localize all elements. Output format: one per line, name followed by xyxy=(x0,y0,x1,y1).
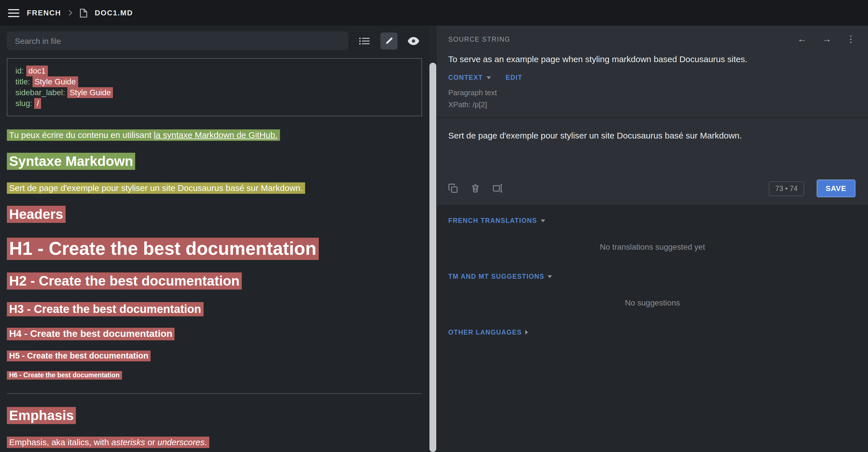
french-translations-toggle[interactable]: FRENCH TRANSLATIONS xyxy=(448,217,545,224)
markdown-h2: Syntaxe Markdown xyxy=(7,153,422,169)
eye-icon xyxy=(408,37,419,45)
source-string[interactable]: H5 - Create the best documentation xyxy=(7,351,151,361)
source-section: SOURCE STRING ← → ⋮ To serve as an examp… xyxy=(437,26,868,205)
char-counter: 73 • 74 xyxy=(769,181,804,196)
save-button[interactable]: SAVE xyxy=(816,180,856,197)
clear-translation-button[interactable] xyxy=(470,184,480,193)
preview-mode-button[interactable] xyxy=(405,32,422,49)
text-segment: H2 - Create the best documentation xyxy=(9,273,240,288)
source-string[interactable]: Style Guide xyxy=(32,76,78,87)
translation-toolbar: 73 • 74 SAVE xyxy=(437,175,868,205)
breadcrumb-project[interactable]: FRENCH xyxy=(27,8,61,17)
source-string[interactable]: Emphasis xyxy=(7,407,76,424)
menu-icon[interactable] xyxy=(8,6,20,19)
other-languages-label: OTHER LANGUAGES xyxy=(448,329,522,336)
source-string[interactable]: Sert de page d'exemple pour styliser un … xyxy=(7,183,305,194)
text-segment: . xyxy=(205,437,207,447)
list-icon xyxy=(359,37,370,45)
other-languages-toggle[interactable]: OTHER LANGUAGES xyxy=(448,329,528,336)
markdown-h2: H2 - Create the best documentation xyxy=(7,273,422,289)
previous-string-button[interactable]: ← xyxy=(797,34,807,44)
trash-icon xyxy=(470,184,480,193)
text-segment: Emphasis, aka italics, with xyxy=(9,437,111,447)
app: FRENCH DOC1.MD id: doc1titl xyxy=(0,0,868,452)
file-icon xyxy=(80,8,87,18)
source-string[interactable]: H3 - Create the best documentation xyxy=(7,302,203,316)
document-content: Tu peux écrire du contenu en utilisant l… xyxy=(7,130,422,452)
editor-scrollbar xyxy=(429,26,437,452)
text-segment: Sert de page d'exemple pour styliser un … xyxy=(9,183,303,193)
chevron-down-icon xyxy=(486,76,491,79)
text-segment: Syntaxe Markdown xyxy=(9,153,133,169)
markdown-h4: H4 - Create the best documentation xyxy=(7,328,422,340)
frontmatter-key: sidebar_label: xyxy=(16,88,67,97)
context-type: Paragraph text xyxy=(448,87,857,99)
frontmatter-key: id: xyxy=(16,66,26,75)
text-segment: H4 - Create the best documentation xyxy=(9,328,172,339)
topbar: FRENCH DOC1.MD xyxy=(0,0,868,26)
source-string[interactable]: Tu peux écrire du contenu en utilisant l… xyxy=(7,129,280,141)
chevron-right-icon xyxy=(525,330,528,334)
no-translations-note: No translations suggested yet xyxy=(448,242,857,251)
source-string[interactable]: doc1 xyxy=(26,66,48,76)
context-toggle-label: CONTEXT xyxy=(448,74,483,81)
frontmatter-line: title: Style Guide xyxy=(16,76,413,87)
select-text-button[interactable] xyxy=(493,184,503,193)
translation-panel: SOURCE STRING ← → ⋮ To serve as an examp… xyxy=(437,26,868,452)
markdown-h5: H5 - Create the best documentation xyxy=(7,351,422,360)
text-segment: underscores xyxy=(157,437,205,447)
source-string[interactable]: Emphasis, aka italics, with asterisks or… xyxy=(7,437,209,448)
text-segment: Tu peux écrire du contenu en utilisant xyxy=(9,130,154,140)
next-string-button[interactable]: → xyxy=(822,34,832,44)
text-segment: H5 - Create the best documentation xyxy=(9,351,148,360)
source-string[interactable]: Headers xyxy=(7,206,65,223)
source-string[interactable]: H4 - Create the best documentation xyxy=(7,328,175,340)
copy-source-button[interactable] xyxy=(448,184,458,193)
context-toggle[interactable]: CONTEXT xyxy=(448,74,491,81)
text-segment: la syntaxe Markdown de GitHub. xyxy=(154,130,278,140)
frontmatter-line: slug: / xyxy=(16,98,413,109)
editor-panel: id: doc1title: Style Guidesidebar_label:… xyxy=(0,26,437,452)
markdown-h2: Headers xyxy=(7,206,422,222)
source-string[interactable]: Style Guide xyxy=(67,87,113,98)
frontmatter-line: id: doc1 xyxy=(16,66,413,76)
search-input[interactable] xyxy=(7,31,348,50)
markdown-p: Tu peux écrire du contenu en utilisant l… xyxy=(7,130,422,140)
source-string[interactable]: Syntaxe Markdown xyxy=(7,153,135,170)
more-options-button[interactable]: ⋮ xyxy=(846,34,856,43)
source-string[interactable]: H6 - Create the best documentation xyxy=(7,371,122,380)
suggestions-section: FRENCH TRANSLATIONS No translations sugg… xyxy=(437,205,868,452)
french-translations-label: FRENCH TRANSLATIONS xyxy=(448,217,537,224)
frontmatter-line: sidebar_label: Style Guide xyxy=(16,87,413,98)
text-segment: H6 - Create the best documentation xyxy=(9,372,120,379)
text-segment: or xyxy=(145,437,157,447)
edit-context-button[interactable]: EDIT xyxy=(505,74,522,81)
markdown-p: Emphasis, aka italics, with asterisks or… xyxy=(7,437,422,447)
text-segment: H3 - Create the best documentation xyxy=(9,303,201,315)
markdown-p: Sert de page d'exemple pour styliser un … xyxy=(7,183,422,193)
markdown-h2: Emphasis xyxy=(7,408,422,423)
source-string[interactable]: H1 - Create the best documentation xyxy=(7,238,319,260)
editor-toolbar xyxy=(7,31,422,50)
breadcrumb-file: DOC1.MD xyxy=(95,8,133,17)
source-string-text: To serve as an example page when styling… xyxy=(437,50,868,72)
markdown-h3: H3 - Create the best documentation xyxy=(7,303,422,316)
frontmatter-block: id: doc1title: Style Guidesidebar_label:… xyxy=(7,58,422,116)
translation-input[interactable]: Sert de page d'exemple pour styliser un … xyxy=(437,118,868,175)
edit-mode-button[interactable] xyxy=(380,32,398,49)
text-segment: Emphasis xyxy=(9,408,74,423)
copy-icon xyxy=(448,184,458,193)
markdown-h6: H6 - Create the best documentation xyxy=(7,372,422,379)
pencil-icon xyxy=(385,36,393,45)
text-selection-icon xyxy=(493,184,503,193)
tm-mt-suggestions-toggle[interactable]: TM AND MT SUGGESTIONS xyxy=(448,273,552,280)
no-suggestions-note: No suggestions xyxy=(448,298,857,307)
source-string[interactable]: H2 - Create the best documentation xyxy=(7,272,242,290)
chevron-right-icon xyxy=(68,10,72,16)
context-xpath: XPath: /p[2] xyxy=(448,99,857,110)
strings-list-button[interactable] xyxy=(356,32,373,49)
scrollbar-thumb[interactable] xyxy=(429,63,436,452)
text-segment: asterisks xyxy=(111,437,145,447)
source-string[interactable]: / xyxy=(34,98,41,109)
markdown-h1: H1 - Create the best documentation xyxy=(7,238,422,259)
